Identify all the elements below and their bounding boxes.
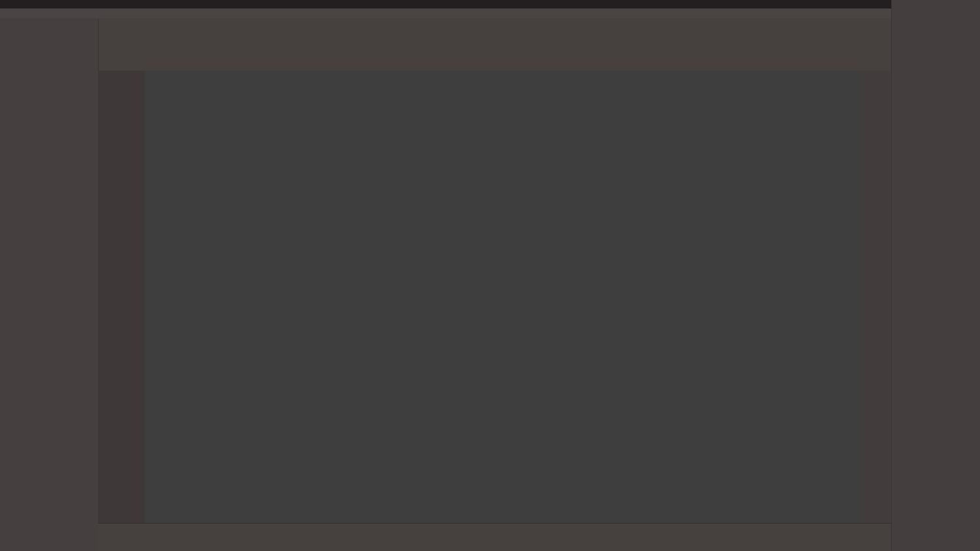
right-tray <box>891 0 980 551</box>
left-tray <box>0 18 99 551</box>
bottom-bar-bg <box>98 523 891 551</box>
title-bar <box>0 0 980 8</box>
toolbar-area <box>98 18 891 71</box>
left-shelf <box>98 71 145 523</box>
right-gutter <box>861 71 891 523</box>
menu-bar <box>0 8 980 19</box>
document-canvas[interactable] <box>145 71 861 523</box>
zbrush-window <box>0 0 980 551</box>
